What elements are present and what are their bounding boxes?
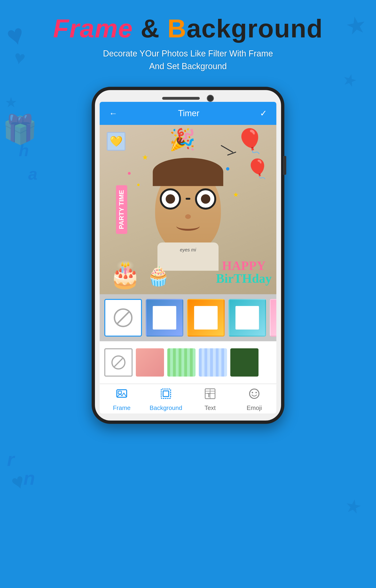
kid-face: eyes mi [155, 167, 221, 252]
blue-balloon: 🎈 [246, 158, 269, 180]
bg-nav-label: Background [150, 404, 182, 412]
subtitle: Decorate YOur Photos Like Filter With Fr… [0, 47, 376, 73]
confetti-1 [128, 172, 131, 175]
phone-camera [207, 95, 214, 102]
title-b: B [167, 14, 186, 43]
right-eye-frame [195, 188, 216, 210]
bg-thumb-pink[interactable] [136, 348, 164, 376]
no-bg-line [114, 358, 123, 367]
kid-photo-bg: eyes mi 💛 🎉 🎈 🎈 PARTY TI [100, 125, 276, 294]
heart-stamp-decor: 💛 [107, 132, 125, 151]
confetti-3 [226, 167, 229, 171]
line-decor-1 [221, 145, 233, 153]
bg-section [100, 341, 276, 384]
nav-item-background[interactable]: Background [144, 388, 188, 412]
phone-wrapper: ← Timer ✓ [0, 87, 376, 424]
confetti-2 [137, 184, 140, 186]
no-frame-icon [114, 308, 133, 327]
kid-smile [176, 221, 200, 231]
no-bg-icon [111, 355, 125, 370]
text-nav-icon: T [204, 388, 216, 402]
bg-nav-icon [160, 388, 172, 402]
bg-thumb-blue-stripes[interactable] [199, 348, 227, 376]
bg-thumb-green-stripes[interactable] [167, 348, 196, 376]
kid-hair [153, 158, 223, 186]
frame-thumb-2-inner [194, 306, 218, 330]
title-frame-word: Frame [53, 14, 133, 43]
frame-thumb-1[interactable] [146, 299, 183, 337]
app-screen: ← Timer ✓ [100, 102, 276, 414]
frame-thumb-4[interactable] [270, 299, 276, 337]
letter-decor-n: n [23, 468, 35, 489]
phone-side-button [283, 156, 286, 175]
party-hat-decor: 🎉 [169, 127, 196, 152]
frame-thumbnails-row [100, 294, 276, 341]
frame-nav-icon [116, 388, 128, 402]
title-amp: & [133, 14, 167, 43]
text-nav-label: Text [204, 404, 216, 412]
svg-rect-3 [163, 391, 169, 396]
phone-mockup: ← Timer ✓ [92, 87, 284, 424]
phone-top-bar [162, 95, 214, 102]
kid-shirt: eyes mi [157, 243, 219, 271]
nav-item-text[interactable]: T Text [188, 388, 232, 412]
app-header-title: Timer [178, 108, 199, 118]
left-pupil [166, 194, 175, 204]
bottom-nav: Frame Background [100, 384, 276, 414]
star-frame-2: ★ [170, 139, 175, 146]
star-decor-4: ★ [343, 494, 364, 519]
frame-thumb-3[interactable] [229, 299, 266, 337]
cake-decor: 🎂 [109, 259, 141, 289]
frame-thumb-2[interactable] [187, 299, 225, 337]
app-title: Frame & Background [0, 14, 376, 43]
photo-area: eyes mi 💛 🎉 🎈 🎈 PARTY TI [100, 125, 276, 294]
bg-thumbnails-row [104, 346, 272, 379]
letter-decor-r: r [7, 449, 14, 470]
svg-point-10 [252, 392, 253, 393]
nav-item-emoji[interactable]: Emoji [232, 388, 276, 412]
frame-nav-label: Frame [113, 404, 130, 412]
title-background-word: ackground [187, 14, 323, 43]
emoji-nav-label: Emoji [247, 404, 262, 412]
kid-nose [185, 214, 191, 219]
star-frame-3: ★ [233, 191, 239, 199]
kid-glasses [160, 188, 216, 210]
svg-point-11 [255, 392, 257, 393]
no-bg-thumb[interactable] [104, 348, 133, 376]
bg-thumb-dark-green[interactable] [230, 348, 259, 376]
phone-speaker [162, 97, 200, 100]
left-eye-frame [160, 188, 181, 210]
right-pupil [201, 194, 210, 204]
no-frame-line [117, 312, 129, 324]
no-frame-thumb[interactable] [104, 299, 142, 337]
line-decor-2 [227, 151, 236, 155]
emoji-nav-icon [248, 388, 260, 402]
happy-birthday-text: HAPPY BirTHday [216, 259, 272, 285]
app-header: ← Timer ✓ [100, 102, 276, 125]
svg-point-9 [250, 389, 259, 398]
back-button[interactable]: ← [109, 108, 117, 118]
shirt-text: eyes mi [157, 247, 219, 253]
teal-balloon: 🎈 [235, 127, 265, 155]
header: Frame & Background Decorate YOur Photos … [0, 0, 376, 73]
star-frame-1: ★ [142, 153, 148, 161]
glasses-bridge [186, 198, 190, 200]
svg-text:T: T [207, 392, 211, 399]
frame-thumb-3-inner [235, 306, 259, 330]
heart-decor-3: ♥ [8, 468, 28, 495]
nav-item-frame[interactable]: Frame [100, 388, 144, 412]
check-button[interactable]: ✓ [260, 108, 267, 118]
frame-thumb-1-inner [153, 306, 176, 330]
party-time-label: PARTY TIME [116, 185, 127, 234]
svg-rect-1 [118, 391, 122, 394]
